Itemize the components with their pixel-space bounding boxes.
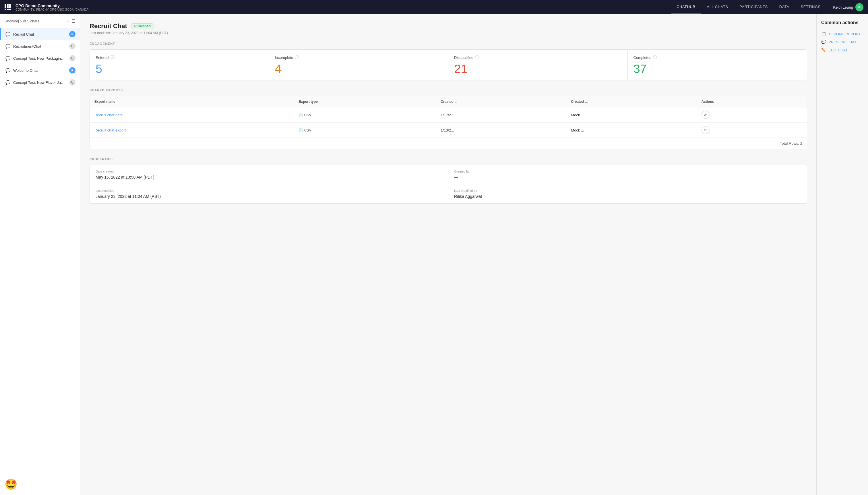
- engagement-card-entered: Entered ⓘ 5: [90, 50, 269, 80]
- incomplete-value: 4: [275, 63, 442, 75]
- entered-info-icon[interactable]: ⓘ: [110, 55, 115, 60]
- exports-section-title: Shared Exports: [90, 88, 807, 92]
- sidebar-item-label: Concept Test: New Packaging J...: [13, 56, 66, 61]
- sidebar-item-label: Recruit Chat: [13, 32, 66, 36]
- brand: CPG Demo Community Community: Peachy Org…: [16, 3, 90, 11]
- right-panel: Common actions 📋 TOPLINE REPORT 💬 PREVIE…: [816, 14, 868, 495]
- app-title: CPG Demo Community: [16, 3, 90, 8]
- exports-table: Export name Export type Created ... Crea…: [90, 96, 807, 149]
- sidebar-item-label: RecruitmentChat: [13, 44, 66, 49]
- action-btn-1[interactable]: ⟳: [701, 111, 710, 119]
- chat-icon: 💬: [5, 80, 10, 85]
- sidebar-item-badge: P: [69, 31, 75, 37]
- created-by-2: Mock ...: [566, 123, 697, 138]
- incomplete-label: Incomplete: [275, 55, 293, 60]
- sidebar-actions: + ☰: [67, 18, 75, 24]
- created-date-2: 1/13/2...: [436, 123, 566, 138]
- col-export-type: Export type: [294, 96, 436, 107]
- sidebar-showing-label: Showing 5 of 5 chats: [5, 19, 39, 23]
- last-modified-value: January 23, 2023 at 11:04 AM (PST): [96, 194, 442, 199]
- action-btn-2[interactable]: ⟳: [701, 126, 710, 134]
- grid-menu-button[interactable]: [5, 4, 11, 10]
- emoji-mascot[interactable]: 🤩: [5, 478, 18, 490]
- nav-tabs: ChatHub All Chats Participants Data Sett…: [671, 0, 826, 14]
- completed-value: 37: [633, 63, 801, 75]
- property-created-by: Created by —: [448, 165, 807, 184]
- sidebar-header: Showing 5 of 5 chats + ☰: [0, 14, 80, 28]
- date-created-value: May 16, 2022 at 10:58 AM (PDT): [96, 175, 442, 180]
- filter-button[interactable]: ☰: [71, 18, 75, 24]
- tab-participants[interactable]: Participants: [734, 0, 773, 14]
- csv-icon-2: 📄 CSV: [299, 129, 311, 132]
- grid-icon: [5, 4, 11, 10]
- col-actions: Actions: [697, 96, 807, 107]
- chat-icon: 💬: [5, 56, 10, 61]
- sidebar: Showing 5 of 5 chats + ☰ 💬 Recruit Chat …: [0, 14, 80, 495]
- sidebar-item-concept-new-flavor[interactable]: 💬 Concept Test: New Flavor Janu... U: [0, 76, 80, 88]
- status-badge: Published: [131, 23, 154, 29]
- disqualified-info-icon[interactable]: ⓘ: [475, 55, 479, 60]
- right-panel-title: Common actions: [821, 20, 863, 25]
- disqualified-label: Disqualified: [454, 55, 473, 60]
- last-modified-by-value: Ritika Aggarwal: [454, 194, 801, 199]
- total-rows-label: Total Rows: 2: [90, 138, 807, 149]
- add-chat-button[interactable]: +: [67, 18, 69, 24]
- sidebar-item-badge: U: [69, 55, 75, 62]
- preview-chat-icon: 💬: [821, 40, 826, 44]
- created-date-1: 1/17/2...: [436, 107, 566, 123]
- main-layout: Showing 5 of 5 chats + ☰ 💬 Recruit Chat …: [0, 14, 868, 495]
- sidebar-item-concept-new-packaging[interactable]: 💬 Concept Test: New Packaging J... U: [0, 52, 80, 64]
- tab-data[interactable]: Data: [774, 0, 795, 14]
- preview-chat-action[interactable]: 💬 PREVIEW CHAT: [821, 38, 863, 46]
- content-area: Recruit Chat Published Last modified: Ja…: [80, 14, 816, 495]
- total-rows-row: Total Rows: 2: [90, 138, 807, 149]
- completed-label: Completed: [633, 55, 652, 60]
- user-menu[interactable]: Keith Leung K: [833, 3, 863, 11]
- property-last-modified: Last modified January 23, 2023 at 11:04 …: [90, 184, 448, 204]
- sidebar-item-badge: U: [69, 79, 75, 86]
- tab-allchats[interactable]: All Chats: [701, 0, 734, 14]
- edit-chat-action[interactable]: ✏️ EDIT CHAT: [821, 46, 863, 54]
- chat-icon: 💬: [5, 44, 10, 49]
- engagement-section-title: Engagement: [90, 42, 807, 45]
- topline-report-icon: 📋: [821, 32, 826, 36]
- chat-meta: Last modified: January 23, 2023 at 11:04…: [90, 31, 807, 35]
- preview-chat-label: PREVIEW CHAT: [828, 40, 856, 44]
- sidebar-item-label: Welcome Chat: [13, 68, 66, 73]
- created-by-value: —: [454, 175, 801, 180]
- chat-icon: 💬: [5, 68, 10, 73]
- entered-label: Entered: [96, 55, 109, 60]
- sidebar-item-badge: U: [69, 43, 75, 49]
- user-avatar: K: [855, 3, 863, 11]
- export-link-1[interactable]: Recruit chat data: [94, 113, 123, 117]
- sidebar-item-label: Concept Test: New Flavor Janu...: [13, 80, 66, 85]
- property-date-created: Date created May 16, 2022 at 10:58 AM (P…: [90, 165, 448, 184]
- engagement-card-disqualified: Disqualified ⓘ 21: [448, 50, 628, 80]
- tab-chathub[interactable]: ChatHub: [671, 0, 701, 14]
- csv-icon-1: 📄 CSV: [299, 113, 311, 117]
- topline-report-label: TOPLINE REPORT: [828, 32, 861, 36]
- sidebar-item-recruit-chat[interactable]: 💬 Recruit Chat P: [0, 28, 80, 40]
- table-row: Recruit chat export 📄 CSV 1/13/2... Mock…: [90, 123, 807, 138]
- tab-settings[interactable]: Settings: [795, 0, 827, 14]
- chat-header: Recruit Chat Published: [90, 22, 807, 30]
- completed-info-icon[interactable]: ⓘ: [653, 55, 657, 60]
- disqualified-value: 21: [454, 63, 622, 75]
- properties-grid: Date created May 16, 2022 at 10:58 AM (P…: [90, 165, 807, 204]
- app-subtitle: Community: Peachy Organic Soda (Canada): [16, 8, 90, 11]
- last-modified-by-label: Last modified by: [454, 189, 801, 192]
- topline-report-action[interactable]: 📋 TOPLINE REPORT: [821, 30, 863, 38]
- entered-value: 5: [96, 63, 263, 75]
- top-nav: CPG Demo Community Community: Peachy Org…: [0, 0, 868, 14]
- sidebar-item-welcome-chat[interactable]: 💬 Welcome Chat P: [0, 64, 80, 76]
- edit-chat-label: EDIT CHAT: [828, 48, 848, 52]
- incomplete-info-icon[interactable]: ⓘ: [295, 55, 299, 60]
- sidebar-item-recruitment-chat[interactable]: 💬 RecruitmentChat U: [0, 40, 80, 52]
- user-name: Keith Leung: [833, 5, 853, 10]
- last-modified-label: Last modified: [96, 189, 442, 192]
- engagement-card-incomplete: Incomplete ⓘ 4: [269, 50, 449, 80]
- exports-card: Export name Export type Created ... Crea…: [90, 96, 807, 149]
- export-link-2[interactable]: Recruit chat export: [94, 128, 126, 132]
- table-row: Recruit chat data 📄 CSV 1/17/2... Mock .…: [90, 107, 807, 123]
- date-created-label: Date created: [96, 170, 442, 173]
